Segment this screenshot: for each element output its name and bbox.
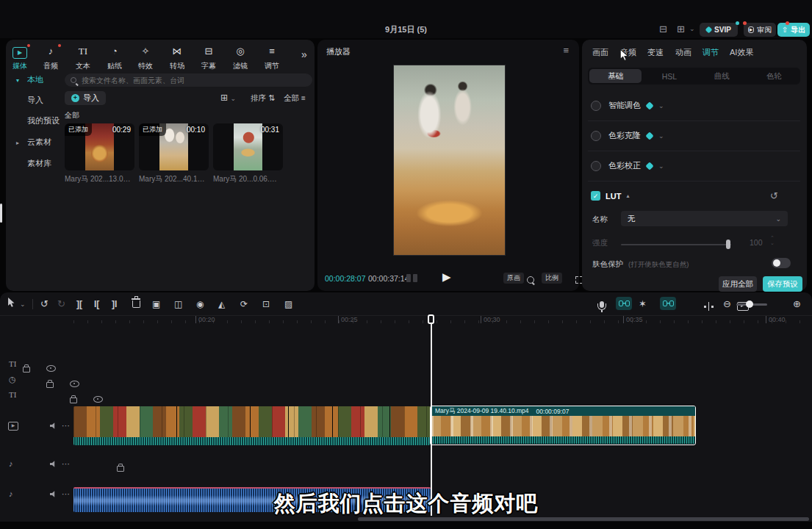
main-track-magnet-icon[interactable] — [616, 297, 632, 310]
sidebar-item-local[interactable]: ▾ 本地 — [16, 74, 43, 85]
split-icon[interactable]: ][ — [76, 297, 82, 312]
chevron-down-icon[interactable]: ⌄ — [658, 102, 664, 109]
lock-icon[interactable] — [46, 382, 54, 388]
tab-ai-effects[interactable]: AI效果 — [730, 47, 753, 58]
collapse-icon[interactable]: ▴ — [626, 192, 629, 199]
zoom-in-icon[interactable]: ⊕ — [793, 297, 801, 312]
layout-toggle-icon[interactable]: ⊟ — [659, 24, 667, 35]
subtab-color-wheel[interactable]: 色轮 — [748, 68, 800, 84]
view-mode-button[interactable]: ⊞ ⌄ — [220, 93, 236, 103]
speaker-icon[interactable] — [50, 422, 57, 429]
tab-effects[interactable]: ✧ 特效 — [131, 44, 160, 71]
filter-button[interactable]: 全部 ≡ — [284, 93, 306, 104]
lock-icon[interactable] — [117, 466, 124, 472]
eye-icon[interactable] — [46, 365, 56, 372]
split-right-icon[interactable]: ]I — [112, 297, 117, 312]
tab-captions[interactable]: ⊟ 字幕 — [194, 44, 223, 71]
export-button[interactable]: ⇧ 导出 — [777, 23, 810, 37]
eye-icon[interactable] — [70, 381, 79, 387]
tab-filters[interactable]: ◎ 滤镜 — [226, 44, 255, 71]
save-preset-button[interactable]: 保存预设 — [763, 276, 802, 292]
sidebar-item-cloud[interactable]: ▸ 云素材 — [16, 137, 51, 148]
panel-resize-handle[interactable] — [0, 204, 2, 223]
subtab-basic[interactable]: 基础 — [589, 69, 642, 83]
lut-strength-slider[interactable] — [621, 244, 731, 245]
tab-animation[interactable]: 动画 — [675, 47, 691, 58]
color-clone-toggle[interactable] — [591, 131, 601, 141]
review-button[interactable]: ▸ 审阅 — [744, 23, 776, 37]
track-more-icon[interactable]: ⋯ — [62, 458, 70, 469]
chevron-down-icon[interactable]: ⌄ — [658, 132, 664, 140]
eye-icon[interactable] — [93, 396, 103, 403]
chevron-down-icon[interactable]: ⌄ — [658, 162, 664, 170]
sidebar-item-import[interactable]: 导入 — [16, 95, 43, 106]
video-clip-group[interactable] — [73, 406, 431, 445]
search-box[interactable] — [65, 73, 312, 87]
subtab-hsl[interactable]: HSL — [643, 68, 695, 84]
playhead-handle[interactable] — [428, 314, 434, 324]
select-tool[interactable] — [7, 297, 15, 312]
matting-icon[interactable]: ▨ — [284, 297, 292, 312]
replace-icon[interactable]: ◫ — [174, 297, 182, 312]
tab-text[interactable]: TI 文本 — [68, 44, 98, 71]
tab-adjust-settings[interactable]: 调节 — [703, 47, 719, 58]
tab-media[interactable]: ▶ 媒体 — [5, 44, 35, 71]
more-tabs-icon[interactable]: » — [301, 48, 307, 60]
stepper-up-icon[interactable]: ⌃ — [770, 235, 775, 240]
lock-icon[interactable] — [23, 367, 30, 373]
search-input[interactable] — [80, 76, 289, 85]
redo-icon[interactable]: ↻ — [57, 297, 65, 312]
timeline-ruler[interactable] — [73, 320, 812, 323]
media-item-thumb[interactable]: 已添加 00:29 — [65, 123, 134, 170]
media-item-thumb[interactable]: 00:31 — [213, 123, 283, 170]
sidebar-item-presets[interactable]: 我的预设 — [16, 115, 60, 126]
rotate-icon[interactable]: ⟳ — [240, 297, 248, 312]
media-item-thumb[interactable]: 已添加 00:10 — [139, 123, 209, 170]
auto-snap-icon[interactable]: ✶ — [639, 297, 647, 312]
track-more-icon[interactable]: ⋯ — [62, 420, 70, 431]
zoom-out-icon[interactable]: ⊖ — [723, 297, 731, 312]
reverse-icon[interactable]: ◉ — [196, 297, 204, 312]
mirror-icon[interactable]: ◭ — [218, 297, 225, 312]
panels-layout-chevron-icon[interactable]: ⌄ — [689, 25, 695, 32]
quality-button[interactable]: 原画 — [503, 273, 524, 284]
skin-protect-toggle[interactable] — [772, 258, 791, 268]
stepper-down-icon[interactable]: ⌄ — [770, 240, 775, 245]
freeze-frame-icon[interactable]: ▣ — [152, 297, 160, 312]
lut-strength-stepper[interactable]: ⌃ ⌄ — [770, 235, 775, 245]
subtab-curves[interactable]: 曲线 — [696, 68, 748, 84]
color-correction-toggle[interactable] — [591, 161, 601, 171]
selected-video-clip[interactable]: Mary马 2024-09-09 19.40.10.mp4 00:00:09:0… — [430, 406, 696, 445]
sidebar-item-library[interactable]: 素材库 — [16, 158, 51, 169]
ratio-button[interactable]: 比例 — [542, 273, 562, 284]
timeline-zoom-handle[interactable] — [746, 301, 753, 308]
playhead-line[interactable] — [431, 324, 432, 516]
import-button[interactable]: + 导入 — [65, 91, 106, 105]
panels-layout-icon[interactable]: ⊞ — [677, 24, 685, 35]
reset-icon[interactable]: ↺ — [770, 190, 778, 201]
smart-color-toggle[interactable] — [591, 101, 601, 111]
lock-icon[interactable] — [70, 397, 77, 403]
record-audio-icon[interactable] — [600, 301, 604, 308]
lut-checkbox[interactable]: ✓ — [591, 191, 600, 201]
select-mode-chevron-icon[interactable]: ⌄ — [20, 297, 26, 312]
sort-button[interactable]: 排序 ⇅ — [251, 93, 275, 104]
tab-adjust[interactable]: ≡ 调节 — [257, 44, 287, 71]
undo-icon[interactable]: ↺ — [40, 297, 48, 312]
svip-button[interactable]: SVIP — [700, 23, 738, 37]
tab-transitions[interactable]: ⋈ 转场 — [162, 44, 192, 71]
linkage-icon[interactable] — [660, 297, 676, 310]
preview-axis-icon[interactable] — [704, 302, 714, 311]
lut-strength-handle[interactable] — [726, 240, 730, 249]
apply-all-button[interactable]: 应用全部 — [719, 276, 757, 292]
player-menu-icon[interactable]: ≡ — [563, 45, 569, 56]
tab-sticker[interactable]: ◔ 贴纸 — [100, 44, 129, 71]
crop-icon[interactable]: ⊡ — [262, 297, 270, 312]
lut-name-select[interactable]: 无 ⌄ — [621, 211, 788, 226]
split-left-icon[interactable]: I[ — [94, 297, 99, 312]
video-preview[interactable] — [393, 65, 506, 256]
speaker-icon[interactable] — [50, 461, 57, 467]
tab-speed[interactable]: 变速 — [647, 47, 664, 58]
tab-picture[interactable]: 画面 — [592, 47, 608, 58]
preview-zoom-icon[interactable] — [527, 276, 534, 284]
